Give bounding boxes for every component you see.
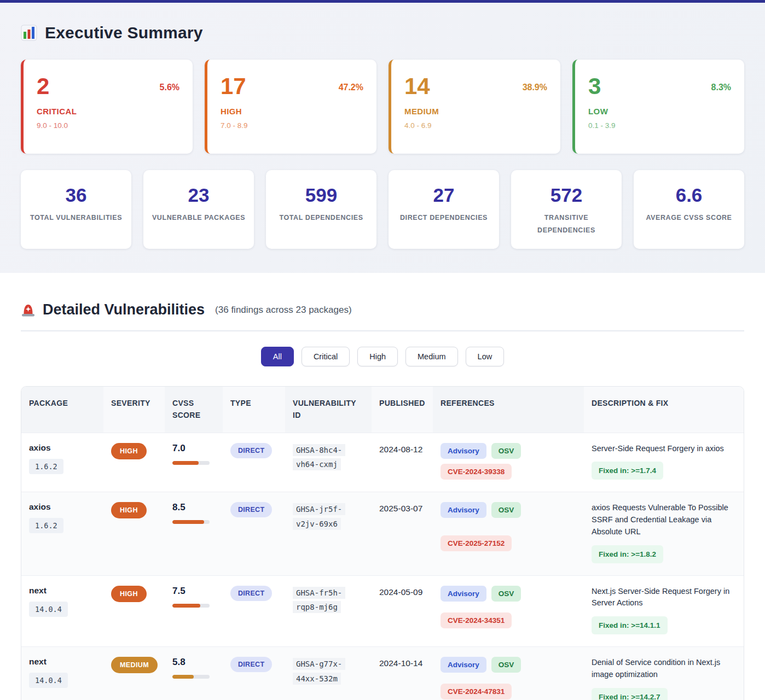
severity-badge: MEDIUM (111, 657, 158, 673)
published-date: 2024-10-14 (372, 647, 433, 700)
cve-link[interactable]: CVE-2024-47831 (441, 684, 512, 699)
vulnerable-packages-value: 23 (150, 184, 247, 206)
medium-severity-card: 14 38.9% MEDIUM 4.0 - 6.9 (389, 60, 560, 154)
direct-dependencies-value: 27 (395, 184, 492, 206)
severity-cards-row: 2 5.6% CRITICAL 9.0 - 10.0 17 47.2% HIGH… (21, 60, 744, 154)
package-version: 1.6.2 (29, 518, 63, 533)
stat-cards-row: 36 TOTAL VULNERABILITIES 23 VULNERABLE P… (21, 170, 744, 249)
critical-label: CRITICAL (37, 107, 179, 116)
low-range: 0.1 - 3.9 (588, 121, 731, 130)
osv-link[interactable]: OSV (491, 502, 521, 518)
siren-icon (21, 302, 36, 317)
direct-dependencies-label: DIRECT DEPENDENCIES (395, 212, 492, 224)
cvss-bar (172, 461, 210, 465)
package-name: next (29, 657, 96, 667)
direct-dependencies-card: 27 DIRECT DEPENDENCIES (389, 170, 499, 249)
osv-link[interactable]: OSV (491, 443, 521, 459)
filter-all-button[interactable]: All (261, 347, 294, 366)
filter-high-button[interactable]: High (357, 347, 398, 366)
table-row: axios 1.6.2 HIGH 8.5 DIRECT GHSA-jr5f-v2… (21, 492, 744, 575)
advisory-link[interactable]: Advisory (441, 586, 486, 602)
osv-link[interactable]: OSV (491, 657, 521, 673)
type-badge: DIRECT (230, 657, 272, 672)
cve-link[interactable]: CVE-2024-34351 (441, 612, 512, 628)
total-vulnerabilities-value: 36 (27, 184, 125, 206)
cve-link[interactable]: CVE-2024-39338 (441, 464, 512, 480)
header-severity: SEVERITY (103, 387, 165, 432)
high-percent: 47.2% (339, 83, 363, 92)
table-row: axios 1.6.2 HIGH 7.0 DIRECT GHSA-8hc4-vh… (21, 433, 744, 492)
cvss-score: 5.8 (172, 657, 215, 668)
vulnerable-packages-label: VULNERABLE PACKAGES (150, 212, 247, 224)
medium-percent: 38.9% (523, 83, 547, 92)
published-date: 2025-03-07 (372, 492, 433, 575)
filter-low-button[interactable]: Low (466, 347, 505, 366)
fixed-in-badge: Fixed in: >=1.8.2 (592, 545, 663, 563)
cvss-bar (172, 604, 210, 608)
severity-filter-bar: All Critical High Medium Low (21, 347, 744, 366)
header-vulnerability-id: VULNERABILITY ID (285, 387, 372, 432)
transitive-dependencies-label: TRANSITIVE DEPENDENCIES (518, 212, 615, 237)
table-header-row: PACKAGE SEVERITY CVSS SCORE TYPE VULNERA… (21, 387, 744, 432)
vulnerability-description: axios Requests Vulnerable To Possible SS… (592, 502, 736, 538)
bar-chart-icon (21, 25, 37, 41)
filter-medium-button[interactable]: Medium (405, 347, 458, 366)
medium-label: MEDIUM (404, 107, 547, 116)
type-badge: DIRECT (230, 586, 272, 601)
cvss-score: 8.5 (172, 502, 215, 513)
vulnerability-description: Server-Side Request Forgery in axios (592, 443, 736, 455)
executive-summary-section: Executive Summary 2 5.6% CRITICAL 9.0 - … (0, 3, 765, 273)
advisory-link[interactable]: Advisory (441, 657, 486, 673)
advisory-link[interactable]: Advisory (441, 443, 486, 459)
low-percent: 8.3% (711, 83, 731, 92)
cvss-score: 7.5 (172, 586, 215, 597)
advisory-link[interactable]: Advisory (441, 502, 486, 518)
vulnerability-id: GHSA-jr5f-v2jv-69x6 (293, 503, 345, 530)
high-range: 7.0 - 8.9 (221, 121, 363, 130)
cve-link[interactable]: CVE-2025-27152 (441, 535, 512, 551)
transitive-dependencies-value: 572 (518, 184, 615, 206)
package-version: 14.0.4 (29, 602, 68, 617)
section-divider (21, 330, 744, 331)
table-row: next 14.0.4 HIGH 7.5 DIRECT GHSA-fr5h-rq… (21, 575, 744, 647)
published-date: 2024-08-12 (372, 433, 433, 492)
fixed-in-badge: Fixed in: >=1.7.4 (592, 462, 663, 480)
total-dependencies-value: 599 (273, 184, 370, 206)
vulnerability-id: GHSA-fr5h-rqp8-mj6g (293, 587, 345, 614)
total-vulnerabilities-label: TOTAL VULNERABILITIES (27, 212, 125, 224)
severity-badge: HIGH (111, 443, 147, 459)
medium-count: 14 (404, 74, 430, 99)
vulnerable-packages-card: 23 VULNERABLE PACKAGES (143, 170, 254, 249)
vulnerability-description: Denial of Service condition in Next.js i… (592, 657, 736, 681)
header-references: REFERENCES (433, 387, 584, 432)
filter-critical-button[interactable]: Critical (302, 347, 350, 366)
type-badge: DIRECT (230, 443, 272, 458)
low-severity-card: 3 8.3% LOW 0.1 - 3.9 (572, 60, 744, 154)
fixed-in-badge: Fixed in: >=14.2.7 (592, 688, 668, 700)
header-type: TYPE (223, 387, 285, 432)
severity-badge: HIGH (111, 586, 147, 602)
osv-link[interactable]: OSV (491, 586, 521, 602)
header-cvss-score: CVSS SCORE (165, 387, 223, 432)
average-cvss-value: 6.6 (640, 184, 738, 206)
findings-subtitle: (36 findings across 23 packages) (215, 305, 351, 316)
severity-badge: HIGH (111, 502, 147, 518)
critical-range: 9.0 - 10.0 (37, 121, 179, 130)
package-name: next (29, 586, 96, 596)
header-published: PUBLISHED (372, 387, 433, 432)
package-version: 14.0.4 (29, 673, 68, 688)
high-count: 17 (221, 74, 246, 99)
detailed-vulnerabilities-title: Detailed Vulnerabilities (43, 301, 205, 318)
vulnerability-description: Next.js Server-Side Request Forgery in S… (592, 586, 736, 610)
critical-count: 2 (37, 74, 49, 99)
vulnerability-id: GHSA-8hc4-vh64-cxmj (293, 444, 345, 471)
medium-range: 4.0 - 6.9 (404, 121, 547, 130)
vulnerability-id: GHSA-g77x-44xx-532m (293, 658, 345, 685)
transitive-dependencies-card: 572 TRANSITIVE DEPENDENCIES (511, 170, 622, 249)
critical-percent: 5.6% (160, 83, 179, 92)
cvss-bar (172, 520, 210, 524)
package-version: 1.6.2 (29, 459, 63, 474)
header-description-fix: DESCRIPTION & FIX (584, 387, 744, 432)
executive-summary-title: Executive Summary (45, 24, 203, 42)
high-severity-card: 17 47.2% HIGH 7.0 - 8.9 (205, 60, 376, 154)
